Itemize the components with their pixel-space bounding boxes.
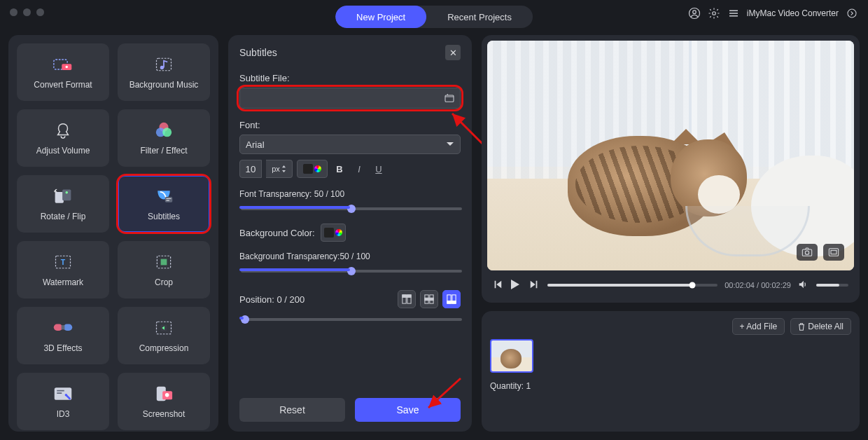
font-transparency-slider[interactable] bbox=[241, 207, 462, 210]
tool-id3[interactable]: ID3 bbox=[17, 373, 109, 430]
position-slider[interactable] bbox=[241, 318, 462, 321]
position-top-button[interactable] bbox=[398, 290, 416, 308]
tool-rotate-flip[interactable]: Rotate / Flip bbox=[17, 175, 109, 233]
panel-close-button[interactable]: ✕ bbox=[445, 45, 461, 60]
subtitle-file-input[interactable] bbox=[239, 88, 461, 109]
time-display: 00:02:04 / 00:02:29 bbox=[724, 281, 791, 289]
svg-text:T: T bbox=[61, 258, 66, 266]
svg-rect-13 bbox=[62, 189, 71, 200]
tool-sidebar: Convert FormatBackground MusicAdjust Vol… bbox=[8, 35, 218, 432]
svg-rect-22 bbox=[62, 325, 65, 329]
tool-label: Rotate / Flip bbox=[41, 212, 86, 221]
screenshot-icon bbox=[154, 384, 174, 404]
volume-icon[interactable] bbox=[798, 280, 809, 291]
bold-button[interactable]: B bbox=[332, 164, 347, 174]
rotate-flip-icon bbox=[53, 186, 73, 206]
tab-recent-projects[interactable]: Recent Projects bbox=[426, 6, 533, 28]
adjust-volume-icon bbox=[53, 121, 73, 140]
tool-label: Subtitles bbox=[148, 212, 180, 221]
position-label: Position: 0 / 200 bbox=[239, 294, 304, 305]
file-thumbnail[interactable] bbox=[490, 339, 533, 373]
compression-icon bbox=[154, 318, 174, 338]
tool-compression[interactable]: Compression bbox=[118, 307, 210, 364]
fullscreen-icon[interactable] bbox=[823, 244, 844, 261]
snapshot-icon[interactable] bbox=[797, 244, 818, 261]
convert-format-icon bbox=[53, 55, 73, 74]
svg-rect-33 bbox=[402, 295, 411, 298]
tool-adjust-volume[interactable]: Adjust Volume bbox=[17, 109, 109, 167]
font-label: Font: bbox=[239, 120, 461, 130]
position-middle-button[interactable] bbox=[420, 290, 438, 308]
tool-convert-format[interactable]: Convert Format bbox=[17, 43, 109, 101]
tool-watermark[interactable]: TWatermark bbox=[17, 241, 109, 298]
crop-icon bbox=[154, 252, 174, 272]
bg-transparency-label: Background Transparency:50 / 100 bbox=[239, 252, 461, 261]
font-color-swatch[interactable] bbox=[297, 160, 328, 178]
tool-filter-effect[interactable]: Filter / Effect bbox=[118, 109, 210, 167]
svg-rect-12 bbox=[55, 192, 64, 203]
tool-label: Watermark bbox=[43, 277, 83, 287]
svg-point-26 bbox=[65, 394, 68, 397]
traffic-close[interactable] bbox=[10, 8, 18, 16]
position-bottom-button[interactable] bbox=[442, 290, 461, 308]
expand-icon[interactable] bbox=[846, 7, 858, 20]
underline-button[interactable]: U bbox=[371, 164, 386, 174]
bg-color-swatch[interactable] bbox=[321, 224, 346, 242]
svg-rect-42 bbox=[802, 249, 811, 256]
tool-subtitles[interactable]: Subtitles bbox=[118, 175, 210, 233]
tool-crop[interactable]: Crop bbox=[118, 241, 210, 298]
settings-icon[interactable] bbox=[708, 7, 720, 20]
subtitles-icon bbox=[154, 186, 174, 206]
tool-label: Screenshot bbox=[143, 409, 186, 419]
project-tab-switcher: New Project Recent Projects bbox=[335, 6, 533, 28]
svg-point-11 bbox=[162, 128, 172, 137]
quantity-label: Quantity: bbox=[490, 381, 524, 391]
watermark-icon: T bbox=[53, 252, 73, 272]
font-select[interactable]: Arial bbox=[239, 135, 461, 154]
account-icon[interactable] bbox=[688, 7, 701, 20]
next-button[interactable] bbox=[529, 280, 540, 291]
svg-rect-36 bbox=[425, 298, 433, 301]
svg-point-43 bbox=[805, 251, 808, 254]
svg-point-1 bbox=[693, 11, 696, 14]
traffic-min[interactable] bbox=[23, 8, 31, 16]
tool-label: Adjust Volume bbox=[36, 146, 90, 156]
reset-button[interactable]: Reset bbox=[239, 398, 345, 422]
prev-button[interactable] bbox=[493, 280, 504, 291]
play-button[interactable] bbox=[511, 280, 522, 291]
traffic-max[interactable] bbox=[36, 8, 44, 16]
italic-button[interactable]: I bbox=[351, 164, 367, 174]
timeline-slider[interactable] bbox=[547, 284, 718, 287]
tool-label: Convert Format bbox=[34, 80, 92, 90]
volume-slider[interactable] bbox=[816, 284, 848, 287]
menu-icon[interactable] bbox=[727, 7, 740, 20]
video-preview[interactable] bbox=[487, 41, 854, 270]
font-size-input[interactable] bbox=[239, 160, 262, 178]
subtitle-file-label: Subtitle File: bbox=[239, 73, 461, 83]
bg-transparency-slider[interactable] bbox=[241, 270, 462, 273]
tool-background-music[interactable]: Background Music bbox=[118, 43, 210, 101]
svg-rect-45 bbox=[831, 250, 836, 254]
save-button[interactable]: Save bbox=[355, 398, 461, 422]
svg-point-2 bbox=[713, 12, 716, 15]
tab-new-project[interactable]: New Project bbox=[335, 6, 426, 28]
font-transparency-label: Font Transparency: 50 / 100 bbox=[239, 189, 461, 199]
tool-label: 3D Effects bbox=[43, 343, 82, 353]
svg-point-6 bbox=[66, 66, 69, 69]
tool-screenshot[interactable]: Screenshot bbox=[118, 373, 210, 430]
svg-rect-19 bbox=[161, 259, 167, 266]
filter-effect-icon bbox=[154, 121, 174, 140]
delete-all-button[interactable]: Delete All bbox=[790, 318, 851, 335]
tool-label: Crop bbox=[155, 277, 173, 287]
add-file-button[interactable]: + Add File bbox=[732, 318, 785, 335]
background-music-icon bbox=[154, 55, 174, 74]
browse-file-icon[interactable] bbox=[444, 92, 455, 104]
svg-point-14 bbox=[66, 191, 69, 194]
tool-3d-effects[interactable]: 3D Effects bbox=[17, 307, 109, 364]
svg-rect-30 bbox=[445, 95, 454, 102]
file-area: + Add File Delete All Quantity: 1 bbox=[482, 311, 860, 432]
preview-panel: 00:02:04 / 00:02:29 bbox=[482, 35, 860, 303]
subtitles-panel: Subtitles ✕ Subtitle File: Font: Arial bbox=[228, 35, 472, 432]
font-unit-select[interactable]: px bbox=[266, 160, 293, 178]
tool-label: Compression bbox=[139, 343, 189, 353]
